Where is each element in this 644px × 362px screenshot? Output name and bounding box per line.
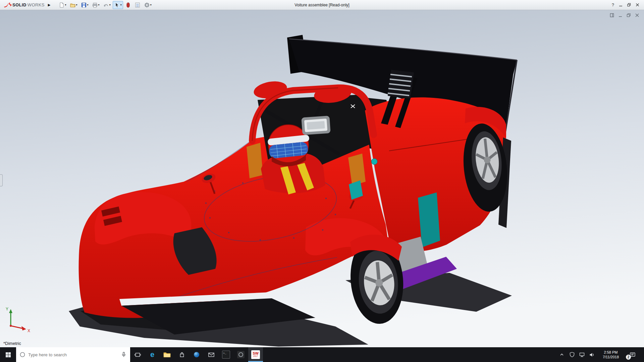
solidworks-2017-icon: SW 2017 bbox=[251, 350, 260, 359]
taskbar-app-store[interactable] bbox=[174, 347, 189, 362]
chevron-down-icon[interactable]: ▾ bbox=[65, 4, 66, 6]
cortana-icon bbox=[19, 352, 25, 358]
windows-taskbar: e bbox=[0, 347, 644, 362]
command-prompt-icon: >_ bbox=[222, 351, 230, 359]
doc-restore-icon[interactable] bbox=[627, 13, 631, 19]
doc-minimize-icon[interactable] bbox=[618, 13, 623, 19]
teal-accent bbox=[371, 159, 377, 165]
file-explorer-icon bbox=[163, 352, 171, 358]
print-button[interactable]: ▾ bbox=[91, 1, 101, 9]
ds-logo-icon bbox=[3, 2, 11, 8]
taskbar-clock[interactable]: 2:58 PM 7/11/2018 bbox=[598, 347, 624, 362]
task-view-icon bbox=[135, 352, 141, 358]
network-monitor-icon bbox=[579, 352, 585, 357]
orientation-triad[interactable]: Y X bbox=[5, 305, 33, 333]
microphone-icon[interactable] bbox=[121, 352, 127, 358]
chevron-down-icon[interactable]: ▾ bbox=[98, 4, 100, 6]
solidworks-logo: SOLIDWORKS bbox=[2, 2, 46, 8]
clock-date: 7/11/2018 bbox=[603, 355, 619, 359]
brand-text-works: WORKS bbox=[28, 2, 45, 7]
chevron-up-icon bbox=[560, 353, 564, 357]
options-button[interactable]: ▾ bbox=[143, 1, 153, 9]
triad-x-label: X bbox=[28, 328, 30, 333]
dock-pane-icon[interactable] bbox=[610, 13, 614, 19]
taskbar-left: e bbox=[0, 347, 263, 362]
help-icon[interactable]: ? bbox=[612, 2, 614, 7]
chevron-down-icon[interactable]: ▾ bbox=[150, 4, 152, 6]
taskbar-app-edge[interactable]: e bbox=[145, 347, 160, 362]
toolbar-flyout-arrow-icon[interactable]: ▶ bbox=[46, 3, 53, 7]
edge-icon: e bbox=[150, 351, 154, 358]
start-button[interactable] bbox=[0, 347, 16, 362]
brand-text-solid: SOLID bbox=[12, 2, 26, 7]
mail-icon bbox=[208, 352, 215, 358]
minimize-icon[interactable] bbox=[619, 3, 623, 7]
view-orientation-label: *Dimetric bbox=[3, 341, 21, 346]
select-tool-button[interactable]: ▾ bbox=[113, 1, 123, 9]
show-hidden-icons-button[interactable] bbox=[557, 347, 566, 362]
appearance-icon bbox=[125, 2, 131, 8]
chevron-down-icon[interactable]: ▾ bbox=[76, 4, 77, 6]
chevron-down-icon[interactable]: ▾ bbox=[109, 4, 111, 6]
solidworks-window: SOLIDWORKS ▶ ▾ ▾ ▾ bbox=[0, 0, 644, 362]
appearance-button[interactable] bbox=[124, 1, 132, 9]
document-window-controls bbox=[610, 13, 639, 19]
volume-tray-button[interactable] bbox=[588, 347, 596, 362]
model-car-3d-view[interactable] bbox=[0, 10, 644, 347]
security-tray-button[interactable] bbox=[568, 347, 576, 362]
windows-logo-icon bbox=[5, 352, 11, 358]
title-bar: SOLIDWORKS ▶ ▾ ▾ ▾ bbox=[0, 0, 644, 10]
clock-time: 2:58 PM bbox=[604, 350, 618, 355]
report-sheet-button[interactable] bbox=[133, 1, 142, 9]
taskbar-app-dark-ring[interactable] bbox=[233, 347, 248, 362]
speaker-icon bbox=[589, 352, 595, 357]
new-document-icon bbox=[59, 2, 65, 8]
chevron-down-icon[interactable]: ▾ bbox=[87, 4, 89, 6]
sheet-icon bbox=[135, 2, 141, 8]
restore-icon[interactable] bbox=[627, 3, 631, 7]
open-document-button[interactable]: ▾ bbox=[68, 1, 79, 9]
blue-globe-icon bbox=[193, 351, 200, 358]
taskbar-app-file-explorer[interactable] bbox=[160, 347, 174, 362]
doc-close-icon[interactable] bbox=[635, 13, 639, 19]
quick-access-toolbar: ▾ ▾ ▾ ▾ bbox=[57, 1, 153, 9]
graphics-viewport[interactable]: Y X *Dimetric bbox=[0, 10, 644, 347]
network-tray-button[interactable] bbox=[578, 347, 586, 362]
select-cursor-icon bbox=[114, 2, 120, 8]
task-view-button[interactable] bbox=[130, 347, 145, 362]
dark-ring-app-icon bbox=[237, 351, 245, 359]
action-center-button[interactable]: 2 bbox=[625, 347, 640, 362]
mirror-pod[interactable] bbox=[301, 116, 330, 135]
taskbar-app-command-prompt[interactable]: >_ bbox=[219, 347, 233, 362]
undo-icon bbox=[103, 2, 109, 8]
taskbar-search[interactable] bbox=[16, 347, 130, 362]
triad-y-label: Y bbox=[6, 307, 8, 311]
taskbar-app-solidworks[interactable]: SW 2017 bbox=[248, 347, 263, 362]
options-gear-icon bbox=[144, 2, 150, 8]
open-folder-icon bbox=[70, 2, 76, 8]
store-bag-icon bbox=[179, 352, 185, 358]
undo-button[interactable]: ▾ bbox=[102, 1, 112, 9]
chevron-down-icon[interactable]: ▾ bbox=[120, 4, 122, 6]
save-icon bbox=[81, 2, 87, 8]
taskbar-app-mail[interactable] bbox=[204, 347, 219, 362]
print-icon bbox=[92, 2, 98, 8]
taskbar-app-blue-globe[interactable] bbox=[189, 347, 204, 362]
panel-splitter-tab[interactable] bbox=[0, 174, 3, 186]
search-input[interactable] bbox=[28, 352, 118, 357]
save-button[interactable]: ▾ bbox=[79, 1, 90, 9]
new-document-button[interactable]: ▾ bbox=[57, 1, 68, 9]
notification-badge: 2 bbox=[626, 355, 631, 360]
shield-icon bbox=[570, 352, 575, 357]
close-icon[interactable] bbox=[636, 3, 639, 7]
window-controls: ? bbox=[612, 2, 642, 7]
system-tray: 2:58 PM 7/11/2018 2 bbox=[557, 347, 644, 362]
